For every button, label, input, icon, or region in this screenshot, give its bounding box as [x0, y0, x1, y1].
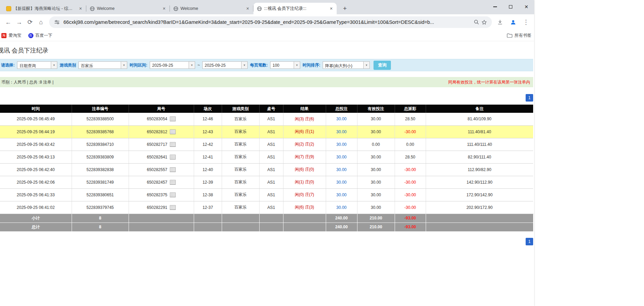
tab-title: :::视讯 会员下注纪录:::	[264, 6, 326, 12]
back-icon[interactable]: ←	[3, 17, 14, 28]
bookmark-baidu[interactable]: 百 百度一下	[28, 33, 53, 39]
roadmap-icon[interactable]	[170, 205, 176, 210]
url-text[interactable]: 66cxkj98.com/game/betrecord_search/kind3…	[63, 19, 469, 25]
total-empty	[194, 223, 222, 231]
all-bookmarks-button[interactable]: 所有书签	[507, 33, 531, 39]
tab-welcome-2[interactable]: Welcome ✕	[170, 3, 253, 14]
subtotal-valid-bet: 210.00	[357, 214, 395, 223]
summary-note: 同局有效投注，统一计算在该局第一张注单内	[448, 79, 530, 85]
round-id-text: 650282717	[147, 142, 167, 147]
new-tab-button[interactable]: +	[340, 4, 350, 13]
tab-bet-record[interactable]: :::视讯 会员下注纪录::: ✕	[253, 3, 337, 14]
total-bet-link[interactable]: 30.00	[336, 167, 347, 172]
sort-select[interactable]: 降幂(由大到小) ▼	[323, 61, 370, 69]
profile-avatar-icon[interactable]	[508, 17, 518, 28]
cell-session: 12-46	[194, 113, 222, 125]
total-payout: -93.00	[395, 223, 426, 231]
cell-total-bet: 30.00	[326, 176, 357, 188]
tab-close-icon[interactable]: ✕	[161, 6, 167, 11]
total-bet-link[interactable]: 30.00	[336, 142, 347, 147]
zoom-icon[interactable]	[473, 18, 480, 26]
tab-close-icon[interactable]: ✕	[78, 6, 83, 11]
pagination-bottom: 1	[0, 238, 533, 245]
download-icon[interactable]	[495, 17, 506, 28]
minimize-button[interactable]	[487, 0, 503, 14]
page-1-button[interactable]: 1	[526, 238, 533, 245]
roadmap-icon[interactable]	[170, 155, 176, 159]
bookmark-taobao[interactable]: 淘 爱淘宝	[1, 33, 21, 39]
roadmap-icon[interactable]	[170, 142, 176, 147]
cell-remark: 112.90/82.90	[426, 163, 533, 176]
roadmap-icon[interactable]	[170, 167, 176, 172]
page-size-label: 每页笔数:	[250, 62, 268, 68]
page-1-button[interactable]: 1	[526, 94, 533, 102]
cell-game-type: 百家乐	[222, 125, 259, 138]
header-payout: 总派彩	[395, 105, 426, 113]
table-row: 2025-09-25 06:42:06522839381749650282457…	[0, 176, 533, 188]
cell-game-type: 百家乐	[222, 188, 259, 201]
total-empty	[222, 223, 259, 231]
reload-icon[interactable]: ⟳	[25, 17, 35, 28]
result-banker: 庄(7)	[305, 192, 314, 197]
chevron-down-icon: ▼	[189, 62, 195, 68]
game-type-select[interactable]: 百家乐 ▼	[78, 61, 127, 69]
home-icon[interactable]: ⌂	[35, 17, 46, 28]
cell-table-no: AS1	[259, 163, 283, 176]
site-settings-icon[interactable]	[53, 18, 61, 26]
tab-close-icon[interactable]: ✕	[245, 6, 250, 11]
header-round-id: 局号	[129, 105, 194, 113]
query-type-select[interactable]: 日期查询 ▼	[17, 61, 57, 69]
desktop: 【新提醒】海燕策略论坛 - 综合... ✕ Welcome ✕ Welcome …	[0, 0, 644, 306]
total-bet-link[interactable]: 30.00	[336, 129, 347, 134]
close-window-button[interactable]: ✕	[518, 0, 534, 14]
tab-title: Welcome	[180, 6, 243, 11]
search-button[interactable]: 查询	[374, 61, 391, 70]
round-id-text: 650283054	[147, 117, 167, 121]
tab-welcome-1[interactable]: Welcome ✕	[86, 3, 170, 14]
cell-round-id: 650282557	[129, 163, 194, 176]
roadmap-icon[interactable]	[170, 193, 176, 197]
cell-valid-bet: 30.00	[357, 163, 395, 176]
forward-icon[interactable]: →	[14, 17, 25, 28]
cell-game-type: 百家乐	[222, 138, 259, 151]
result-player: 闲(0)	[295, 192, 304, 197]
table-row: 2025-09-25 06:41:33522839380651650282375…	[0, 188, 533, 201]
address-bar[interactable]: 66cxkj98.com/game/betrecord_search/kind3…	[49, 16, 492, 28]
chevron-down-icon: ▼	[241, 62, 247, 68]
date-end-select[interactable]: 2025-09-25 ▼	[202, 61, 248, 69]
cell-result: 闲(7) 庄(9)	[283, 151, 326, 163]
total-bet-link[interactable]: 30.00	[336, 155, 347, 159]
result-banker: 庄(3)	[305, 205, 314, 210]
tab-close-icon[interactable]: ✕	[328, 6, 334, 11]
summary-bar: 币别：人民币 | 总共 :8 注单 | 同局有效投注，统一计算在该局第一张注单内	[0, 77, 533, 87]
roadmap-icon[interactable]	[170, 117, 176, 121]
filter-bar: 请选择: 日期查询 ▼ 游戏类别 百家乐 ▼ 时间区间: 2025-09-25 …	[0, 59, 533, 71]
browser-toolbar: ← → ⟳ ⌂ 66cxkj98.com/game/betrecord_sear…	[0, 14, 534, 30]
cell-table-no: AS1	[259, 201, 283, 214]
total-bet-link[interactable]: 30.00	[336, 205, 347, 210]
cell-round-id: 650282641	[129, 151, 194, 163]
cell-session: 12-39	[194, 176, 222, 188]
date-start-select[interactable]: 2025-09-25 ▼	[150, 61, 195, 69]
window-controls: ✕	[487, 0, 534, 14]
round-id-text: 650282291	[147, 205, 167, 210]
bookmark-star-icon[interactable]	[480, 18, 488, 26]
tab-forum[interactable]: 【新提醒】海燕策略论坛 - 综合... ✕	[3, 3, 86, 14]
globe-favicon	[90, 6, 95, 11]
cell-time: 2025-09-25 06:45:49	[0, 113, 72, 125]
total-bet-link[interactable]: 30.00	[336, 180, 347, 185]
page-title: 视讯 会员下注纪录	[0, 46, 534, 55]
menu-dots-icon[interactable]: ⋮	[521, 17, 531, 28]
maximize-button[interactable]	[503, 0, 518, 14]
total-bet-link[interactable]: 30.00	[336, 193, 347, 197]
page-size-select[interactable]: 100 ▼	[270, 61, 300, 69]
toolbar-right: ⋮	[495, 17, 531, 28]
roadmap-icon[interactable]	[170, 129, 176, 134]
total-bet-link[interactable]: 30.00	[336, 117, 347, 121]
roadmap-icon[interactable]	[170, 180, 176, 185]
cell-payout: 28.50	[395, 113, 426, 125]
cell-bet-id: 522839388500	[72, 113, 129, 125]
bet-table-body: 2025-09-25 06:45:49522839388500650283054…	[0, 113, 533, 214]
result-player: 闲(7)	[295, 154, 304, 159]
result-player: 闲(6)	[295, 129, 304, 134]
